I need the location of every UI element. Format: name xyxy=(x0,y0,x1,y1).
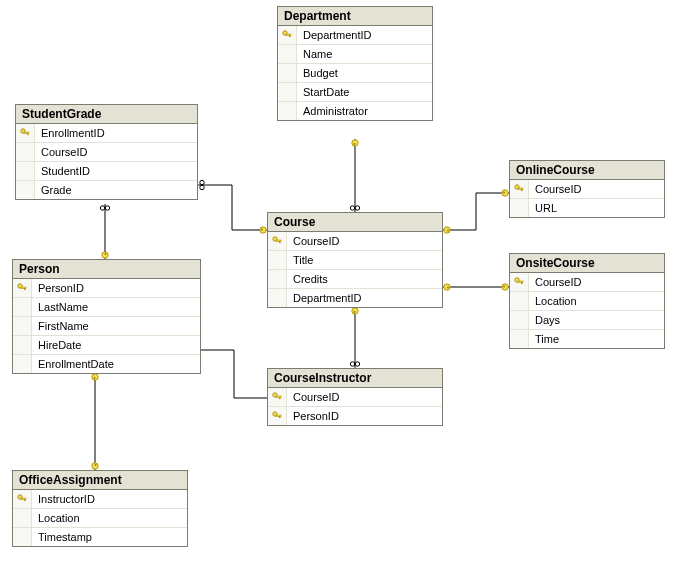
column-name: Credits xyxy=(287,273,334,285)
primary-key-icon xyxy=(278,26,297,44)
table-column[interactable]: CourseID xyxy=(510,180,664,199)
primary-key-icon xyxy=(13,490,32,508)
table-column[interactable]: URL xyxy=(510,199,664,217)
column-icon xyxy=(13,528,32,546)
table-column[interactable]: Location xyxy=(13,509,187,528)
column-icon xyxy=(13,298,32,316)
table-courseinstructor[interactable]: CourseInstructor CourseID PersonID xyxy=(267,368,443,426)
table-course[interactable]: Course CourseID Title Credits Department… xyxy=(267,212,443,308)
column-icon xyxy=(268,251,287,269)
table-studentgrade[interactable]: StudentGrade EnrollmentID CourseID Stude… xyxy=(15,104,198,200)
rel-onsitecourse-course xyxy=(443,284,509,290)
table-department[interactable]: Department DepartmentID Name Budget Star… xyxy=(277,6,433,121)
table-column[interactable]: CourseID xyxy=(268,232,442,251)
table-officeassignment[interactable]: OfficeAssignment InstructorID Location T… xyxy=(12,470,188,547)
table-column[interactable]: Time xyxy=(510,330,664,348)
table-person[interactable]: Person PersonID LastName FirstName HireD… xyxy=(12,259,201,374)
primary-key-icon xyxy=(13,279,32,297)
column-name: Location xyxy=(529,295,583,307)
column-name: Days xyxy=(529,314,566,326)
svg-rect-27 xyxy=(280,416,281,418)
table-column[interactable]: EnrollmentID xyxy=(16,124,197,143)
column-name: StudentID xyxy=(35,165,96,177)
table-column[interactable]: LastName xyxy=(13,298,200,317)
rel-studentgrade-course xyxy=(198,180,267,233)
table-column[interactable]: Budget xyxy=(278,64,432,83)
table-onsitecourse[interactable]: OnsiteCourse CourseID Location Days Time xyxy=(509,253,665,349)
column-name: CourseID xyxy=(287,235,345,247)
column-name: StartDate xyxy=(297,86,355,98)
column-icon xyxy=(16,181,35,199)
table-title: OnlineCourse xyxy=(510,161,664,180)
column-name: Name xyxy=(297,48,338,60)
table-title: Person xyxy=(13,260,200,279)
table-column[interactable]: DepartmentID xyxy=(278,26,432,45)
rel-courseinstructor-course xyxy=(350,307,359,368)
column-name: DepartmentID xyxy=(297,29,377,41)
primary-key-icon xyxy=(510,180,529,198)
column-icon xyxy=(13,336,32,354)
column-icon xyxy=(278,102,297,120)
column-icon xyxy=(13,509,32,527)
table-column[interactable]: Timestamp xyxy=(13,528,187,546)
table-title: OnsiteCourse xyxy=(510,254,664,273)
column-name: Budget xyxy=(297,67,344,79)
column-name: URL xyxy=(529,202,563,214)
table-column[interactable]: CourseID xyxy=(268,388,442,407)
column-name: Timestamp xyxy=(32,531,98,543)
rel-officeassignment-person xyxy=(92,373,98,470)
table-title: OfficeAssignment xyxy=(13,471,187,490)
column-name: Title xyxy=(287,254,319,266)
rel-courseinstructor-person xyxy=(194,347,273,403)
column-icon xyxy=(13,355,32,373)
table-column[interactable]: InstructorID xyxy=(13,490,187,509)
column-icon xyxy=(278,45,297,63)
primary-key-icon xyxy=(510,273,529,291)
table-title: Department xyxy=(278,7,432,26)
primary-key-icon xyxy=(16,124,35,142)
table-column[interactable]: FirstName xyxy=(13,317,200,336)
table-column[interactable]: PersonID xyxy=(13,279,200,298)
column-icon xyxy=(510,292,529,310)
column-icon xyxy=(268,289,287,307)
column-icon xyxy=(268,270,287,288)
rel-course-department xyxy=(350,139,359,212)
table-column[interactable]: CourseID xyxy=(510,273,664,292)
column-name: EnrollmentID xyxy=(35,127,111,139)
column-name: CourseID xyxy=(287,391,345,403)
column-name: Location xyxy=(32,512,86,524)
table-column[interactable]: Days xyxy=(510,311,664,330)
column-name: Time xyxy=(529,333,565,345)
table-column[interactable]: Grade xyxy=(16,181,197,199)
table-column[interactable]: StudentID xyxy=(16,162,197,181)
table-column[interactable]: Credits xyxy=(268,270,442,289)
table-title: CourseInstructor xyxy=(268,369,442,388)
column-icon xyxy=(278,64,297,82)
table-column[interactable]: EnrollmentDate xyxy=(13,355,200,373)
diagram-canvas: { "tables": { "studentGrade": { "title":… xyxy=(0,0,692,569)
table-column[interactable]: CourseID xyxy=(16,143,197,162)
column-icon xyxy=(13,317,32,335)
table-column[interactable]: DepartmentID xyxy=(268,289,442,307)
table-column[interactable]: Title xyxy=(268,251,442,270)
table-column[interactable]: Administrator xyxy=(278,102,432,120)
svg-rect-9 xyxy=(28,133,29,135)
table-column[interactable]: PersonID xyxy=(268,407,442,425)
column-name: CourseID xyxy=(35,146,93,158)
column-name: PersonID xyxy=(287,410,345,422)
table-column[interactable]: Location xyxy=(510,292,664,311)
primary-key-icon xyxy=(268,388,287,406)
column-icon xyxy=(510,199,529,217)
table-column[interactable]: StartDate xyxy=(278,83,432,102)
svg-rect-24 xyxy=(280,397,281,399)
column-name: DepartmentID xyxy=(287,292,367,304)
svg-rect-15 xyxy=(522,189,523,191)
table-column[interactable]: HireDate xyxy=(13,336,200,355)
column-icon xyxy=(510,311,529,329)
primary-key-icon xyxy=(268,232,287,250)
table-onlinecourse[interactable]: OnlineCourse CourseID URL xyxy=(509,160,665,218)
table-column[interactable]: Name xyxy=(278,45,432,64)
column-icon xyxy=(278,83,297,101)
rel-onlinecourse-course xyxy=(443,190,509,233)
table-title: Course xyxy=(268,213,442,232)
